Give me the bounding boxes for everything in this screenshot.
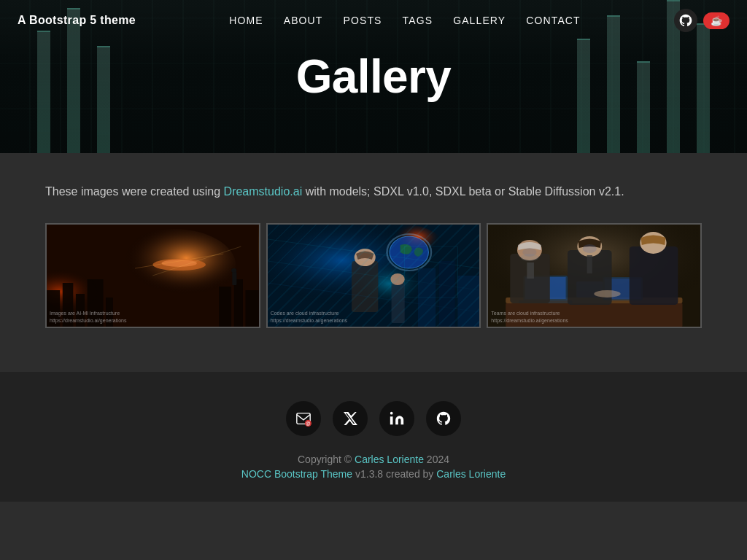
navbar: A Bootstrap 5 theme HOME ABOUT POSTS TAG… [0, 0, 747, 41]
hero-pillar [697, 23, 710, 154]
svg-rect-8 [219, 287, 231, 327]
svg-rect-53 [527, 262, 535, 279]
svg-point-60 [390, 411, 393, 414]
footer-theme-info: NOCC Bootstrap Theme v1.3.8 created by C… [18, 468, 729, 480]
svg-rect-29 [418, 268, 436, 327]
x-twitter-icon [342, 411, 358, 427]
svg-point-22 [390, 236, 428, 268]
svg-point-34 [390, 273, 404, 285]
svg-line-26 [268, 239, 480, 268]
svg-point-19 [365, 225, 445, 276]
svg-rect-9 [234, 279, 243, 327]
dreamstudio-link[interactable]: Dreamstudio.ai [224, 185, 303, 198]
nav-link-posts[interactable]: POSTS [344, 15, 382, 26]
main-content: These images were created using Dreamstu… [0, 153, 747, 372]
gallery-item-3[interactable]: Teams are cloud infrastructure https://d… [487, 223, 702, 328]
gallery-image-2: Codes are cloud infrastructure https://d… [268, 225, 480, 327]
nav-kofi-button[interactable]: ☕ [703, 12, 729, 29]
footer-social-links: @ [18, 401, 729, 436]
svg-rect-31 [457, 276, 479, 327]
copyright-prefix: Copyright © [298, 454, 355, 465]
svg-rect-10 [246, 290, 259, 327]
gallery-grid: Images are AI-Ml Infrastructure https://… [45, 223, 702, 328]
page-title: Gallery [296, 50, 452, 104]
hero-pillar [637, 61, 650, 153]
nav-icons: ☕ [674, 9, 729, 32]
svg-rect-52 [587, 255, 592, 273]
desc-prefix: These images were created using [45, 185, 224, 198]
footer: @ Copyright © Carles Loriente 2024 NOCC … [0, 372, 747, 502]
gallery-image-3: Teams are cloud infrastructure https://d… [488, 225, 700, 327]
theme-link[interactable]: NOCC Bootstrap Theme [241, 468, 352, 480]
footer-twitter-button[interactable] [333, 401, 368, 436]
gallery-item-2[interactable]: Codes are cloud infrastructure https://d… [266, 223, 481, 328]
svg-point-16 [231, 268, 236, 273]
nav-link-about[interactable]: ABOUT [284, 15, 323, 26]
nav-github-icon[interactable] [674, 9, 697, 32]
gallery-caption-3: Teams are cloud infrastructure https://d… [491, 310, 568, 323]
desc-suffix: with models; SDXL v1.0, SDXL beta or Sta… [302, 185, 624, 198]
footer-copyright: Copyright © Carles Loriente 2024 [18, 454, 729, 465]
kofi-icon: ☕ [711, 15, 722, 26]
github-icon [436, 411, 452, 427]
svg-text:@: @ [306, 421, 310, 426]
svg-rect-24 [352, 261, 378, 312]
nav-link-gallery[interactable]: GALLERY [453, 15, 506, 26]
gallery-description: These images were created using Dreamstu… [45, 182, 702, 201]
svg-line-27 [268, 261, 480, 290]
email-icon: @ [295, 411, 311, 427]
hero-pillar [577, 39, 590, 154]
svg-point-25 [354, 249, 375, 266]
nav-link-contact[interactable]: CONTACT [526, 15, 580, 26]
svg-rect-50 [630, 246, 678, 305]
svg-rect-30 [439, 261, 455, 327]
theme-suffix: v1.3.8 created by [352, 468, 436, 480]
linkedin-icon [389, 411, 405, 427]
svg-point-54 [523, 248, 537, 257]
theme-author-link[interactable]: Carles Loriente [436, 468, 506, 480]
svg-rect-33 [391, 283, 404, 323]
svg-rect-15 [232, 272, 236, 285]
nav-brand[interactable]: A Bootstrap 5 theme [18, 14, 136, 27]
copyright-year: 2024 [427, 454, 449, 465]
svg-line-28 [268, 283, 480, 312]
nav-links: HOME ABOUT POSTS TAGS GALLERY CONTACT [229, 14, 581, 27]
gallery-image-1: Images are AI-Ml Infrastructure https://… [47, 225, 259, 327]
svg-point-23 [387, 234, 431, 271]
hero-pillar [97, 46, 110, 153]
hero-pillar [37, 31, 50, 153]
svg-point-20 [336, 252, 433, 310]
footer-email-button[interactable]: @ [286, 401, 321, 436]
nav-link-home[interactable]: HOME [229, 15, 263, 26]
author-link[interactable]: Carles Loriente [355, 454, 424, 465]
svg-point-55 [583, 244, 597, 253]
nav-link-tags[interactable]: TAGS [403, 15, 433, 26]
gallery-caption-1: Images are AI-Ml Infrastructure https://… [50, 310, 126, 323]
footer-linkedin-button[interactable] [379, 401, 414, 436]
svg-point-21 [390, 236, 428, 268]
footer-github-button[interactable] [426, 401, 461, 436]
gallery-caption-2: Codes are cloud infrastructure https://d… [271, 310, 347, 323]
svg-point-56 [595, 290, 621, 298]
svg-rect-32 [404, 246, 457, 298]
gallery-item-1[interactable]: Images are AI-Ml Infrastructure https://… [45, 223, 260, 328]
